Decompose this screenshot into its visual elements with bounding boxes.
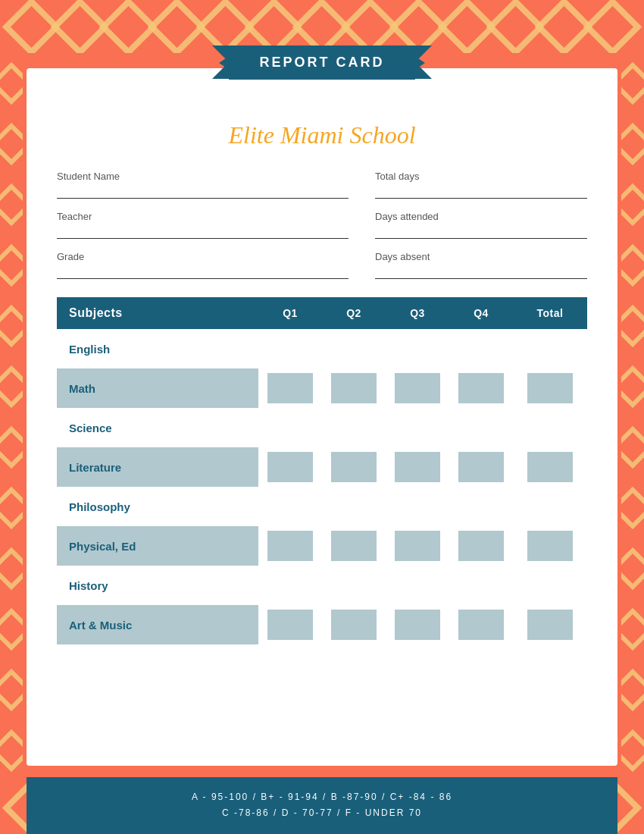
student-name-field: Student Name <box>57 171 349 199</box>
table-row: Art & Music <box>57 605 587 644</box>
subject-name: Math <box>57 368 258 408</box>
days-attended-field: Days attended <box>375 211 587 239</box>
grade-cell-total <box>513 447 587 487</box>
grade-line <box>57 265 349 279</box>
form-right: Total days Days attended Days absent <box>375 171 587 291</box>
grade-cell-q1 <box>258 605 322 644</box>
grade-cell-q1 <box>258 487 322 526</box>
grade-cell-total <box>513 368 587 408</box>
banner-title: REPORT CARD <box>229 45 414 80</box>
days-absent-line <box>375 265 587 279</box>
table-header-row: Subjects Q1 Q2 Q3 Q4 Total <box>57 297 587 329</box>
grade-cell-total <box>513 329 587 368</box>
teacher-field: Teacher <box>57 211 349 239</box>
grade-cell-q3 <box>386 605 449 644</box>
grade-cell-q1 <box>258 526 322 566</box>
grade-cell-q4 <box>449 447 513 487</box>
table-row: Philosophy <box>57 487 587 526</box>
header-q3: Q3 <box>386 297 449 329</box>
left-pattern <box>0 53 23 781</box>
card-content: Elite Miami School Student Name Teacher … <box>27 68 617 766</box>
grade-scale-line1: A - 95-100 / B+ - 91-94 / B -87-90 / C+ … <box>42 789 602 806</box>
grade-cell-q4 <box>449 368 513 408</box>
header-total: Total <box>513 297 587 329</box>
grade-cell-q2 <box>322 566 386 605</box>
grade-cell-q1 <box>258 447 322 487</box>
grade-cell-q4 <box>449 605 513 644</box>
days-attended-label: Days attended <box>375 211 587 222</box>
grade-cell-total <box>513 566 587 605</box>
days-absent-label: Days absent <box>375 251 587 262</box>
table-row: English <box>57 329 587 368</box>
subject-name: Science <box>57 408 258 447</box>
grade-label: Grade <box>57 251 349 262</box>
days-attended-line <box>375 225 587 239</box>
grade-cell-q4 <box>449 487 513 526</box>
student-name-line <box>57 185 349 199</box>
right-pattern <box>621 53 644 781</box>
grade-cell-q4 <box>449 329 513 368</box>
total-days-field: Total days <box>375 171 587 199</box>
grade-cell-q2 <box>322 447 386 487</box>
header-q2: Q2 <box>322 297 386 329</box>
grade-cell-q3 <box>386 447 449 487</box>
grade-cell-q3 <box>386 329 449 368</box>
grade-cell-total <box>513 526 587 566</box>
header-subjects: Subjects <box>57 297 258 329</box>
grade-cell-q4 <box>449 566 513 605</box>
form-left: Student Name Teacher Grade <box>57 171 349 291</box>
grade-cell-q1 <box>258 566 322 605</box>
grade-cell-q3 <box>386 408 449 447</box>
grade-field: Grade <box>57 251 349 279</box>
subject-name: Literature <box>57 447 258 487</box>
student-name-label: Student Name <box>57 171 349 182</box>
grade-cell-q3 <box>386 487 449 526</box>
grade-cell-q2 <box>322 329 386 368</box>
grade-cell-q4 <box>449 408 513 447</box>
grade-cell-q3 <box>386 526 449 566</box>
days-absent-field: Days absent <box>375 251 587 279</box>
subject-name: Philosophy <box>57 487 258 526</box>
teacher-line <box>57 225 349 239</box>
table-row: Physical, Ed <box>57 526 587 566</box>
total-days-line <box>375 185 587 199</box>
total-days-label: Total days <box>375 171 587 182</box>
form-section: Student Name Teacher Grade Total days <box>57 171 587 291</box>
header-q1: Q1 <box>258 297 322 329</box>
table-row: Science <box>57 408 587 447</box>
school-name: Elite Miami School <box>57 121 587 149</box>
report-card: Elite Miami School Student Name Teacher … <box>27 68 617 766</box>
grade-cell-q2 <box>322 368 386 408</box>
grade-cell-q3 <box>386 368 449 408</box>
subject-name: Physical, Ed <box>57 526 258 566</box>
subject-name: Art & Music <box>57 605 258 644</box>
table-row: History <box>57 566 587 605</box>
grade-scale-footer: A - 95-100 / B+ - 91-94 / B -87-90 / C+ … <box>27 777 617 834</box>
grade-cell-total <box>513 408 587 447</box>
grade-cell-q3 <box>386 566 449 605</box>
grade-scale-line2: C -78-86 / D - 70-77 / F - UNDER 70 <box>42 805 602 822</box>
grades-table: Subjects Q1 Q2 Q3 Q4 Total EnglishMathSc… <box>57 297 587 644</box>
grade-cell-q2 <box>322 605 386 644</box>
grade-cell-total <box>513 487 587 526</box>
header-q4: Q4 <box>449 297 513 329</box>
grade-cell-q2 <box>322 408 386 447</box>
subject-name: English <box>57 329 258 368</box>
report-card-banner: REPORT CARD <box>201 45 443 80</box>
table-row: Literature <box>57 447 587 487</box>
grade-cell-q1 <box>258 329 322 368</box>
subject-name: History <box>57 566 258 605</box>
grade-cell-q1 <box>258 368 322 408</box>
grade-cell-q1 <box>258 408 322 447</box>
teacher-label: Teacher <box>57 211 349 222</box>
grade-cell-q2 <box>322 487 386 526</box>
grade-cell-q2 <box>322 526 386 566</box>
grade-cell-total <box>513 605 587 644</box>
table-row: Math <box>57 368 587 408</box>
grade-cell-q4 <box>449 526 513 566</box>
